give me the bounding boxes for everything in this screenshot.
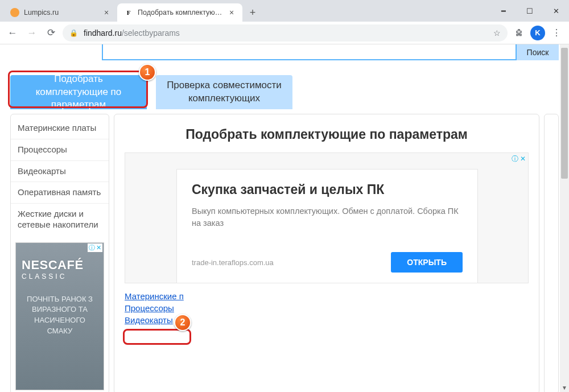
ad-logo-sub: CLASSIC xyxy=(22,273,104,280)
sidebar-item-ram[interactable]: Оперативная память xyxy=(11,181,109,203)
new-tab-button[interactable]: + xyxy=(245,5,261,20)
tab-select-by-params[interactable]: Подобрать комплектующие по параметрам xyxy=(10,75,147,109)
browser-tab-findhard[interactable]: F Подобрать комплектующие по × xyxy=(117,3,242,22)
extensions-button[interactable] xyxy=(511,25,527,41)
right-aside xyxy=(544,114,559,392)
tab-compatibility-check[interactable]: Проверка совместимости комплектующих xyxy=(156,75,292,109)
scroll-down-icon[interactable]: ▼ xyxy=(560,383,569,392)
link-processors[interactable]: Процессоры xyxy=(125,303,529,313)
ad-description: Выкуп компьютерных комплектующих. Обмен … xyxy=(192,205,463,229)
lock-icon: 🔒 xyxy=(69,29,78,37)
back-button[interactable]: ← xyxy=(5,25,20,41)
bookmark-star-icon[interactable]: ☆ xyxy=(493,28,501,38)
ad-open-button[interactable]: ОТКРЫТЬ xyxy=(391,252,463,273)
browser-toolbar: ← → ⟳ 🔒 findhard.ru/selectbyparams ☆ K ⋮ xyxy=(0,22,569,44)
category-sidebar: Материнские платы Процессоры Видеокарты … xyxy=(10,114,109,392)
main-panel: Подобрать комплектующие по параметрам ⓘ … xyxy=(114,114,539,392)
scrollbar[interactable]: ▲ ▼ xyxy=(560,44,569,392)
close-icon[interactable]: × xyxy=(228,9,236,16)
page-viewport: ▲ ▼ Поиск Подобрать комплектующие по пар… xyxy=(0,44,569,392)
ad-domain: trade-in.teraflops.com.ua xyxy=(192,258,274,267)
url-text: findhard.ru/selectbyparams xyxy=(84,28,488,38)
reload-button[interactable]: ⟳ xyxy=(43,25,59,41)
maximize-button[interactable]: ☐ xyxy=(517,0,543,22)
page-content: Подобрать комплектующие по параметрам Пр… xyxy=(10,44,559,392)
link-gpus[interactable]: Видеокарты xyxy=(125,315,529,325)
browser-tabstrip: Lumpics.ru × F Подобрать комплектующие п… xyxy=(3,0,490,22)
ad-badge-icon[interactable]: ⓘ✕ xyxy=(88,244,102,252)
address-bar[interactable]: 🔒 findhard.ru/selectbyparams ☆ xyxy=(63,24,508,42)
tab-title: Lumpics.ru xyxy=(24,9,98,16)
inline-advert[interactable]: ⓘ ✕ Скупка запчастей и целых ПК Выкуп ко… xyxy=(125,152,529,283)
page-heading: Подобрать комплектующие по параметрам xyxy=(125,127,529,142)
close-icon[interactable]: × xyxy=(102,9,110,16)
ad-text: ПОЧНІТЬ РАНОК З ВИРАЗНОГО ТА НАСИЧЕНОГО … xyxy=(22,294,98,337)
sidebar-advert[interactable]: ⓘ✕ NESCAFÉ CLASSIC ПОЧНІТЬ РАНОК З ВИРАЗ… xyxy=(15,242,104,390)
forward-button[interactable]: → xyxy=(24,25,40,41)
window-close-button[interactable]: ✕ xyxy=(543,0,569,22)
sidebar-item-motherboards[interactable]: Материнские платы xyxy=(11,118,109,139)
minimize-button[interactable]: ━ xyxy=(490,0,517,22)
sidebar-item-gpus[interactable]: Видеокарты xyxy=(11,160,109,182)
ad-logo: NESCAFÉ xyxy=(22,258,104,273)
ad-title: Скупка запчастей и целых ПК xyxy=(192,182,463,197)
kebab-menu-icon[interactable]: ⋮ xyxy=(549,25,564,41)
sidebar-item-processors[interactable]: Процессоры xyxy=(11,139,109,160)
ad-card: Скупка запчастей и целых ПК Выкуп компью… xyxy=(176,169,478,283)
favicon-icon xyxy=(10,8,19,17)
ad-badge-icon[interactable]: ⓘ ✕ xyxy=(512,154,526,164)
url-path: /selectbyparams xyxy=(122,28,180,38)
browser-tab-lumpics[interactable]: Lumpics.ru × xyxy=(3,3,117,22)
window-titlebar: Lumpics.ru × F Подобрать комплектующие п… xyxy=(0,0,569,22)
profile-avatar[interactable]: K xyxy=(530,26,545,40)
tab-title: Подобрать комплектующие по xyxy=(138,9,223,16)
category-links: Материнские п Процессоры Видеокарты xyxy=(125,291,529,325)
link-motherboards[interactable]: Материнские п xyxy=(125,291,529,301)
url-host: findhard.ru xyxy=(84,28,122,38)
window-controls: ━ ☐ ✕ xyxy=(490,0,569,22)
section-tabs: Подобрать комплектующие по параметрам Пр… xyxy=(10,75,559,109)
sidebar-item-storage[interactable]: Жесткие диски и сетевые накопители xyxy=(11,203,109,236)
favicon-icon: F xyxy=(124,8,133,17)
scrollbar-thumb[interactable] xyxy=(561,48,568,179)
